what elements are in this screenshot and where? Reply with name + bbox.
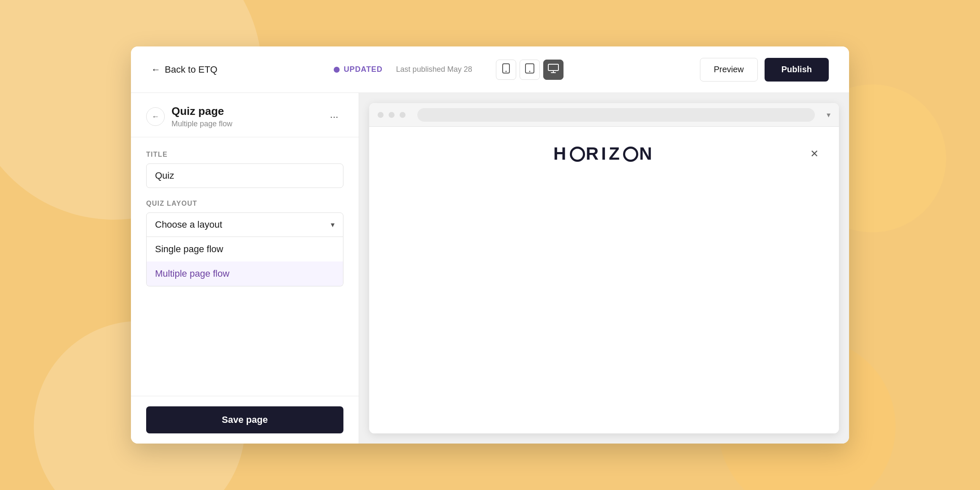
device-icons-group bbox=[496, 60, 564, 80]
chevron-down-icon: ▾ bbox=[331, 220, 335, 229]
back-to-etq-button[interactable]: ← Back to ETQ bbox=[151, 64, 218, 75]
brand-logo: HRIZN bbox=[553, 144, 655, 164]
tablet-icon bbox=[525, 63, 534, 76]
ellipsis-icon: ··· bbox=[330, 111, 338, 122]
status-indicator: UPDATED bbox=[334, 65, 383, 74]
dropdown-item-multiple-page[interactable]: Multiple page flow bbox=[147, 261, 343, 286]
browser-address-bar[interactable] bbox=[417, 108, 815, 122]
browser-dot-3 bbox=[400, 112, 406, 118]
svg-rect-4 bbox=[548, 64, 558, 71]
close-preview-button[interactable]: ✕ bbox=[807, 146, 822, 161]
main-window: ← Back to ETQ UPDATED Last published May… bbox=[131, 46, 849, 444]
desktop-view-button[interactable] bbox=[543, 60, 564, 80]
sidebar-menu-button[interactable]: ··· bbox=[325, 107, 343, 126]
tablet-view-button[interactable] bbox=[520, 60, 540, 80]
quiz-layout-label: QUIZ LAYOUT bbox=[146, 200, 343, 207]
top-bar: ← Back to ETQ UPDATED Last published May… bbox=[131, 46, 849, 93]
brand-header: HRIZN ✕ bbox=[386, 144, 822, 164]
dropdown-item-single-page[interactable]: Single page flow bbox=[147, 237, 343, 261]
browser-chrome: ▾ HRIZN ✕ bbox=[369, 103, 839, 433]
dropdown-trigger[interactable]: Choose a layout ▾ bbox=[146, 212, 343, 237]
sidebar-subtitle: Multiple page flow bbox=[172, 120, 318, 128]
sidebar-back-button[interactable]: ← bbox=[146, 107, 165, 126]
top-bar-center: UPDATED Last published May 28 bbox=[218, 60, 680, 80]
browser-top-bar: ▾ bbox=[369, 103, 839, 127]
mobile-icon bbox=[502, 63, 510, 76]
dropdown-item-label: Multiple page flow bbox=[155, 268, 229, 279]
browser-dot-2 bbox=[389, 112, 395, 118]
last-published-text: Last published May 28 bbox=[396, 65, 472, 74]
desktop-icon bbox=[548, 64, 559, 75]
back-label: Back to ETQ bbox=[165, 64, 218, 75]
quiz-layout-dropdown: Choose a layout ▾ Single page flow Multi… bbox=[146, 212, 343, 286]
sidebar-title: Quiz page bbox=[172, 105, 318, 118]
brand-o-shape bbox=[570, 147, 585, 162]
mobile-view-button[interactable] bbox=[496, 60, 516, 80]
title-input[interactable] bbox=[146, 163, 343, 188]
browser-dropdown-icon[interactable]: ▾ bbox=[827, 110, 830, 120]
status-text: UPDATED bbox=[344, 65, 383, 74]
sidebar-header: ← Quiz page Multiple page flow ··· bbox=[131, 93, 359, 137]
dropdown-item-label: Single page flow bbox=[155, 244, 223, 255]
content-area: ← Quiz page Multiple page flow ··· TITLE… bbox=[131, 93, 849, 444]
save-page-button[interactable]: Save page bbox=[146, 406, 343, 433]
svg-point-1 bbox=[505, 71, 506, 72]
sidebar-title-block: Quiz page Multiple page flow bbox=[172, 105, 318, 128]
back-arrow-icon: ← bbox=[151, 64, 161, 75]
preview-button[interactable]: Preview bbox=[700, 58, 758, 82]
dropdown-menu: Single page flow Multiple page flow bbox=[146, 237, 343, 286]
title-field-label: TITLE bbox=[146, 151, 343, 158]
browser-content: HRIZN ✕ bbox=[369, 127, 839, 433]
sidebar-back-icon: ← bbox=[152, 112, 159, 121]
sidebar: ← Quiz page Multiple page flow ··· TITLE… bbox=[131, 93, 359, 444]
top-bar-actions: Preview Publish bbox=[700, 58, 829, 82]
sidebar-footer: Save page bbox=[131, 396, 359, 444]
svg-point-3 bbox=[529, 71, 530, 72]
browser-dot-1 bbox=[378, 112, 384, 118]
dropdown-selected-label: Choose a layout bbox=[155, 219, 222, 230]
publish-button[interactable]: Publish bbox=[765, 58, 829, 82]
preview-panel: ▾ HRIZN ✕ bbox=[359, 93, 849, 444]
status-dot bbox=[334, 67, 340, 73]
sidebar-body: TITLE QUIZ LAYOUT Choose a layout ▾ Sing… bbox=[131, 137, 359, 396]
brand-o-shape-2 bbox=[623, 147, 638, 162]
